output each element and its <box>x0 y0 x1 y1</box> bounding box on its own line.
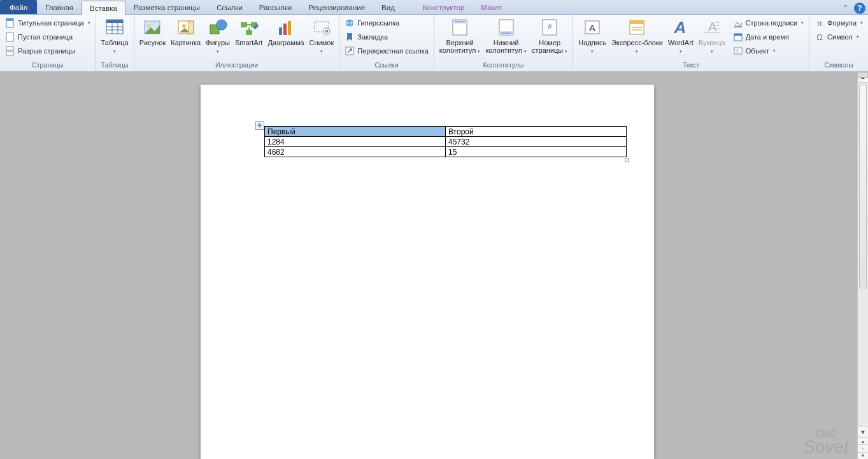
group-illustrations: Рисунок Картинка Фигуры▾ SmartArt Диагра… <box>134 15 340 71</box>
tab-home[interactable]: Главная <box>37 0 82 14</box>
footer-button[interactable]: Нижний колонтитул ▾ <box>483 16 529 55</box>
tab-insert[interactable]: Вставка <box>82 1 125 15</box>
crossref-icon <box>345 46 355 56</box>
chart-button[interactable]: Диаграмма <box>265 16 306 46</box>
equation-button[interactable]: π Формула▾ <box>812 16 865 30</box>
tab-review[interactable]: Рецензирование <box>300 0 373 14</box>
tab-table-layout[interactable]: Макет <box>473 0 510 14</box>
chevron-down-icon: ▾ <box>478 49 480 53</box>
datetime-button[interactable]: Дата и время <box>730 30 806 44</box>
svg-text:A: A <box>673 18 686 37</box>
hyperlink-button[interactable]: Гиперссылка <box>342 16 431 30</box>
calendar-icon <box>733 32 743 42</box>
svg-rect-26 <box>325 30 328 32</box>
bookmark-button[interactable]: Закладка <box>342 30 431 44</box>
quickparts-icon <box>627 17 647 38</box>
wordart-icon: A <box>671 17 691 38</box>
header-icon <box>450 17 470 38</box>
group-label-symbols: Символы <box>812 61 865 71</box>
cover-page-icon <box>5 18 15 28</box>
signature-line-button[interactable]: Строка подписи▾ <box>730 16 806 30</box>
tab-mailings[interactable]: Рассылки <box>251 0 301 14</box>
quickparts-button[interactable]: Экспресс-блоки▾ <box>609 16 665 55</box>
svg-rect-42 <box>630 20 644 24</box>
textbox-button[interactable]: A Надпись▾ <box>576 16 609 55</box>
group-label-pages: Страницы <box>3 61 93 71</box>
chart-icon <box>276 17 296 38</box>
blank-page-button[interactable]: Пустая страница <box>3 30 93 44</box>
dropcap-button[interactable]: A Буквица▾ <box>696 16 728 55</box>
header-button[interactable]: Верхний колонтитул ▾ <box>437 16 483 55</box>
svg-rect-22 <box>283 24 287 35</box>
svg-point-12 <box>147 24 151 27</box>
group-label-links: Ссылки <box>342 61 431 71</box>
page-break-button[interactable]: Разрыв страницы <box>3 44 93 58</box>
table-cell-selected[interactable]: Первый <box>265 127 446 137</box>
chevron-down-icon: ▾ <box>217 49 219 53</box>
document-workspace: ✥ Первый Второй 1284 45732 4682 15 ▲ ▼ ▴… <box>0 72 868 459</box>
ribbon-minimize-icon[interactable]: ⌃ <box>839 1 851 14</box>
chevron-down-icon: ▾ <box>801 20 804 25</box>
split-bar[interactable] <box>857 72 868 78</box>
scroll-down-icon[interactable]: ▼ <box>858 427 868 437</box>
tab-references[interactable]: Ссылки <box>208 0 251 14</box>
document-table[interactable]: Первый Второй 1284 45732 4682 15 <box>264 126 627 157</box>
ribbon: Титульная страница▾ Пустая страница Разр… <box>0 15 868 72</box>
table-resize-handle[interactable] <box>625 159 629 162</box>
group-symbols: π Формула▾ Ω Символ▾ Символы <box>809 15 868 71</box>
table-cell[interactable]: 1284 <box>265 137 446 147</box>
group-text: A Надпись▾ Экспресс-блоки▾ A WordArt▾ A … <box>573 15 809 71</box>
svg-text:A: A <box>589 22 595 33</box>
table-cell[interactable]: Второй <box>446 127 627 137</box>
svg-point-17 <box>217 20 227 30</box>
tab-table-design[interactable]: Конструктор <box>415 0 473 14</box>
table-move-handle-icon[interactable]: ✥ <box>255 121 264 130</box>
chevron-down-icon: ▾ <box>320 49 323 53</box>
help-icon[interactable]: ? <box>854 3 865 14</box>
page-number-button[interactable]: # Номер страницы ▾ <box>529 16 570 55</box>
tab-view[interactable]: Вид <box>373 0 403 14</box>
svg-point-14 <box>182 24 186 28</box>
picture-button[interactable]: Рисунок <box>137 16 169 46</box>
svg-rect-18 <box>241 22 247 27</box>
svg-text:A: A <box>708 20 717 34</box>
object-icon <box>733 46 743 56</box>
browse-object-icon[interactable]: ◦ <box>858 444 868 451</box>
dropcap-icon: A <box>702 17 722 38</box>
smartart-icon <box>239 17 259 38</box>
tab-file[interactable]: Файл <box>0 0 37 14</box>
page-number-icon: # <box>539 17 560 38</box>
wordart-button[interactable]: A WordArt▾ <box>665 16 696 55</box>
clipart-icon <box>176 17 196 38</box>
picture-icon <box>142 17 162 38</box>
table-button[interactable]: Таблица▾ <box>99 16 131 55</box>
table-cell[interactable]: 45732 <box>446 137 627 147</box>
svg-rect-6 <box>106 20 123 23</box>
shapes-button[interactable]: Фигуры▾ <box>203 16 232 55</box>
cover-page-button[interactable]: Титульная страница▾ <box>3 16 93 30</box>
table-row: Первый Второй <box>265 127 627 137</box>
tab-page-layout[interactable]: Разметка страницы <box>125 0 208 14</box>
document-page[interactable]: ✥ Первый Второй 1284 45732 4682 15 <box>201 85 654 459</box>
group-label-headerfooter: Колонтитулы <box>437 61 571 71</box>
svg-text:#: # <box>548 22 552 31</box>
bookmark-icon <box>345 32 355 42</box>
clipart-button[interactable]: Картинка <box>168 16 203 46</box>
equation-icon: π <box>815 18 825 28</box>
screenshot-button[interactable]: Снимок▾ <box>307 16 337 55</box>
group-label-illustrations: Иллюстрации <box>137 61 337 71</box>
symbol-button[interactable]: Ω Символ▾ <box>812 30 865 44</box>
next-page-icon[interactable]: ▾ <box>858 452 868 459</box>
watermark: club Sovet <box>803 426 849 454</box>
vertical-scrollbar[interactable]: ▲ ▼ ▴ ◦ ▾ <box>857 72 868 459</box>
prev-page-icon[interactable]: ▴ <box>858 437 868 444</box>
crossref-button[interactable]: Перекрестная ссылка <box>342 44 431 58</box>
group-headerfooter: Верхний колонтитул ▾ Нижний колонтитул ▾… <box>434 15 574 71</box>
chevron-down-icon: ▾ <box>857 34 859 39</box>
smartart-button[interactable]: SmartArt <box>232 16 265 46</box>
table-cell[interactable]: 15 <box>446 147 627 157</box>
object-button[interactable]: Объект▾ <box>730 44 806 58</box>
scroll-thumb[interactable] <box>859 85 867 288</box>
table-cell[interactable]: 4682 <box>265 147 446 157</box>
svg-rect-55 <box>736 49 739 53</box>
